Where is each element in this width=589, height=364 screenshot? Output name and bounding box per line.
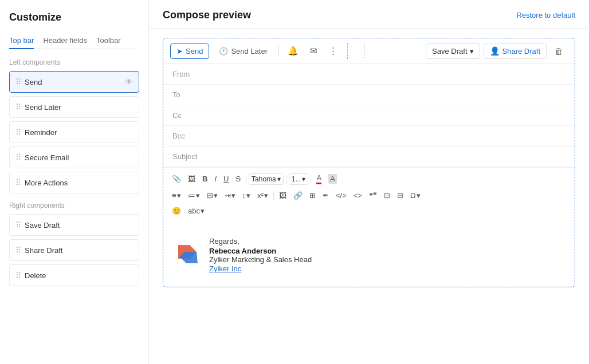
spacing-dropdown-icon: ▾ [246, 191, 250, 200]
hr-button[interactable]: ⊟ [394, 189, 406, 202]
list-button[interactable]: ≔ ▾ [185, 189, 203, 202]
signature2-button[interactable]: abc ▾ [185, 204, 207, 217]
subject-label: Subject [172, 152, 201, 161]
indent-dropdown-icon: ▾ [231, 191, 235, 200]
component-delete[interactable]: ⠿ Delete [9, 264, 139, 286]
component-secure-email[interactable]: ⠿ Secure Email [9, 147, 139, 168]
insert-image-button[interactable]: 🖼 [185, 172, 198, 185]
to-label: To [172, 90, 201, 99]
more-icon: ⋮ [329, 46, 337, 56]
line-spacing-button[interactable]: ↕ ▾ [239, 189, 254, 202]
list-dropdown-icon: ▾ [196, 191, 200, 200]
share-draft-button[interactable]: 👤 Share Draft [484, 43, 547, 59]
save-draft-label: Save Draft [432, 47, 467, 56]
insert-table-button[interactable]: ⊞ [307, 189, 319, 202]
more-actions-icon-button[interactable]: ⋮ [325, 43, 341, 59]
attach-file-button[interactable]: 📎 [169, 172, 184, 185]
cc-label: Cc [172, 111, 201, 120]
trash-icon: 🗑 [555, 46, 563, 56]
component-share-draft[interactable]: ⠿ Share Draft [9, 239, 139, 261]
cc-input[interactable] [201, 111, 566, 120]
alarm-icon: 🔔 [288, 46, 299, 56]
signature-container: Regards, Rebecca Anderson Zylker Marketi… [172, 232, 566, 278]
component-more-actions[interactable]: ⠿ More Actions [9, 172, 139, 193]
component-send-label: Send [25, 78, 125, 86]
font-size-selector[interactable]: 1... ▾ [289, 173, 309, 185]
component-reminder[interactable]: ⠿ Reminder [9, 121, 139, 143]
drag-icon-send: ⠿ [15, 77, 21, 86]
from-input[interactable] [201, 70, 566, 78]
drag-icon-save-draft: ⠿ [15, 220, 21, 230]
signature-area: Regards, Rebecca Anderson Zylker Marketi… [163, 223, 575, 287]
reminder-icon-button[interactable]: 🔔 [284, 43, 303, 59]
to-field-row: To [163, 85, 575, 105]
send-later-button[interactable]: 🕐 Send Later [213, 43, 274, 59]
send-later-icon: 🕐 [219, 47, 228, 56]
share-draft-label: Share Draft [502, 47, 540, 56]
from-label: From [172, 70, 201, 78]
indent-button[interactable]: ⇥ ▾ [222, 189, 238, 202]
superscript-button[interactable]: x² ▾ [254, 189, 271, 202]
more-format-dropdown: ▾ [417, 191, 421, 200]
font-selector[interactable]: Tahoma ▾ [249, 173, 284, 185]
delete-button[interactable]: 🗑 [550, 43, 568, 59]
secure-email-icon-button[interactable]: ✉ [306, 43, 321, 59]
subject-field-row: Subject [163, 147, 575, 167]
toolbar-separator-1 [278, 45, 279, 57]
emoji-button[interactable]: 🙂 [169, 204, 184, 217]
font-bgcolor-button[interactable]: A [325, 172, 340, 186]
table2-button[interactable]: ⊡ [381, 189, 393, 202]
strikethrough-button[interactable]: S [233, 172, 244, 185]
component-secure-email-label: Secure Email [25, 153, 133, 162]
subject-input[interactable] [201, 152, 566, 161]
super-dropdown-icon: ▾ [264, 191, 268, 200]
bcc-input[interactable] [201, 132, 566, 140]
align-button[interactable]: ≡ ▾ [169, 189, 184, 202]
signature-name: Rebecca Anderson [209, 247, 312, 255]
send-button[interactable]: ➤ Send [170, 43, 209, 59]
component-more-actions-label: More Actions [25, 179, 133, 187]
fmt-divider-2 [286, 175, 286, 184]
component-save-draft[interactable]: ⠿ Save Draft [9, 214, 139, 236]
component-save-draft-label: Save Draft [25, 221, 133, 230]
restore-default-link[interactable]: Restore to default [516, 11, 575, 19]
to-input[interactable] [201, 90, 566, 99]
component-send-later-label: Send Later [25, 103, 133, 112]
cc-field-row: Cc [163, 105, 575, 126]
left-section-label: Left components [9, 58, 139, 66]
share-icon: 👤 [490, 46, 500, 56]
dashed-separator [347, 43, 364, 59]
insert-image-btn2[interactable]: 🖼 [276, 189, 289, 202]
more-format-button[interactable]: Ω ▾ [407, 189, 423, 202]
signature-regards: Regards, [209, 237, 312, 246]
fmt-divider-1 [246, 175, 246, 184]
bold-button[interactable]: B [199, 172, 210, 185]
tab-header-fields[interactable]: Header fields [43, 33, 87, 49]
chevron-down-icon: ▾ [470, 47, 474, 56]
code-button[interactable]: </> [333, 189, 350, 202]
email-icon: ✉ [310, 46, 317, 56]
tab-top-bar[interactable]: Top bar [9, 33, 34, 49]
source-button[interactable]: <> [351, 189, 365, 202]
email-fields: From To Cc Bcc Subject [163, 64, 575, 167]
signature-button[interactable]: ✒ [320, 189, 332, 202]
component-send-later[interactable]: ⠿ Send Later [9, 96, 139, 118]
italic-button[interactable]: I [211, 172, 219, 185]
font-color-button[interactable]: A [313, 171, 324, 187]
blockquote-button[interactable]: ❝❞ [366, 189, 380, 202]
font-name: Tahoma [252, 175, 276, 183]
send-icon: ➤ [176, 47, 183, 56]
compose-area: ➤ Send 🕐 Send Later 🔔 ✉ ⋮ [149, 29, 589, 364]
signature-company-link[interactable]: Zylker Inc [209, 264, 241, 273]
eye-icon-send[interactable]: 👁 [125, 77, 133, 86]
drag-icon-more-actions: ⠿ [15, 178, 21, 187]
save-draft-button[interactable]: Save Draft ▾ [426, 43, 480, 59]
underline-button[interactable]: U [221, 172, 231, 185]
component-send[interactable]: ⠿ Send 👁 [9, 71, 139, 93]
font-bgcolor-icon: A [328, 174, 337, 184]
font-size-dropdown-icon: ▾ [302, 175, 305, 183]
insert-link-button[interactable]: 🔗 [290, 189, 305, 202]
ordered-list-button[interactable]: ⊟ ▾ [204, 189, 221, 202]
tab-toolbar[interactable]: Toolbar [96, 33, 121, 49]
from-field-row: From [163, 64, 575, 85]
